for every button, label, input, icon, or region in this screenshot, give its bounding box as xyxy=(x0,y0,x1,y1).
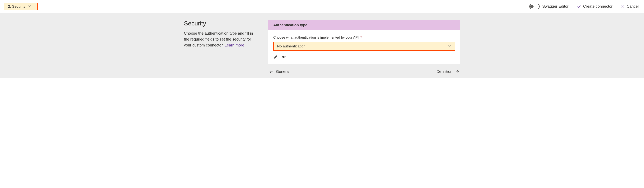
swagger-toggle-group: Swagger Editor xyxy=(529,4,569,9)
right-column: Authentication type Choose what authenti… xyxy=(268,20,460,74)
auth-type-select[interactable]: No authentication xyxy=(273,42,455,51)
cancel-label: Cancel xyxy=(627,4,639,9)
step-label: 2. Security xyxy=(8,4,25,9)
main-area: Security Choose the authentication type … xyxy=(0,13,644,78)
cancel-button[interactable]: Cancel xyxy=(621,4,639,9)
edit-label: Edit xyxy=(280,55,286,59)
pencil-icon xyxy=(274,55,278,59)
step-dropdown[interactable]: 2. Security xyxy=(4,3,38,10)
page-description: Choose the authentication type and fill … xyxy=(184,30,257,48)
top-actions: Swagger Editor Create connector Cancel xyxy=(529,4,639,9)
swagger-toggle[interactable] xyxy=(529,4,540,9)
chevron-down-icon xyxy=(28,5,31,8)
create-connector-label: Create connector xyxy=(583,4,612,9)
card-header: Authentication type xyxy=(268,20,460,30)
topbar: 2. Security Swagger Editor Create connec… xyxy=(0,0,644,13)
swagger-toggle-label: Swagger Editor xyxy=(542,4,569,9)
arrow-left-icon xyxy=(269,70,273,74)
field-label: Choose what authentication is implemente… xyxy=(273,36,455,40)
chevron-down-icon xyxy=(448,44,451,48)
auth-type-value: No authentication xyxy=(277,44,306,48)
page-title: Security xyxy=(184,20,257,27)
card-body: Choose what authentication is implemente… xyxy=(268,30,460,64)
auth-card: Authentication type Choose what authenti… xyxy=(268,20,460,64)
prev-step-label: General xyxy=(276,69,290,74)
next-step-button[interactable]: Definition xyxy=(436,69,459,74)
required-mark: * xyxy=(360,36,362,39)
arrow-right-icon xyxy=(455,70,459,74)
field-label-text: Choose what authentication is implemente… xyxy=(273,36,359,39)
step-nav: General Definition xyxy=(268,69,460,74)
next-step-label: Definition xyxy=(436,69,452,74)
close-icon xyxy=(621,4,625,8)
create-connector-button[interactable]: Create connector xyxy=(577,4,612,9)
content-row: Security Choose the authentication type … xyxy=(176,20,468,74)
edit-button[interactable]: Edit xyxy=(273,54,286,60)
learn-more-link[interactable]: Learn more xyxy=(224,43,244,47)
prev-step-button[interactable]: General xyxy=(269,69,290,74)
check-icon xyxy=(577,4,581,9)
left-column: Security Choose the authentication type … xyxy=(184,20,257,74)
